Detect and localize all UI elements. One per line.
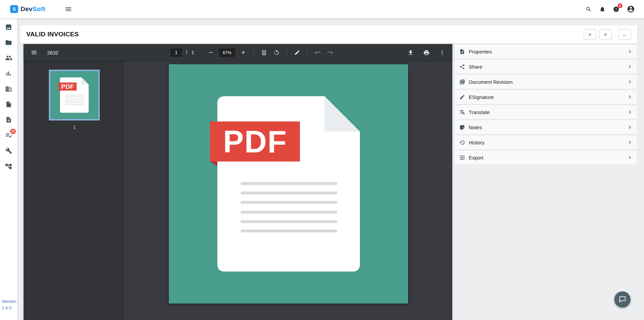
- chat-icon: [619, 295, 626, 304]
- page-header: VALID INVOICES « » ←: [20, 25, 637, 43]
- panel-item-share[interactable]: Share: [454, 59, 637, 74]
- thumbnail-panel: PDF 1: [24, 61, 125, 320]
- sidebar-item-tools[interactable]: [0, 147, 17, 155]
- sidebar-item-media[interactable]: [0, 23, 17, 31]
- pen-icon: [459, 94, 465, 100]
- sticky-note-icon: [459, 125, 465, 130]
- chevron-right-icon: [627, 110, 632, 114]
- pdf-toolbar-left: 2632: [30, 44, 58, 61]
- redo-icon: [327, 49, 333, 56]
- app-logo[interactable]: S DevSoft: [10, 5, 45, 13]
- download-icon: [407, 49, 414, 56]
- user-avatar-icon: [627, 5, 635, 13]
- back-button[interactable]: ←: [619, 29, 631, 40]
- devsoft-logo-icon: S: [10, 5, 18, 13]
- document-canvas: PDF: [125, 61, 452, 320]
- profile-button[interactable]: [626, 4, 636, 14]
- print-icon: [423, 49, 430, 56]
- file-export-icon: [459, 155, 465, 161]
- zoom-in-button[interactable]: [239, 48, 247, 57]
- angles-left-icon: «: [588, 32, 591, 37]
- page-title: VALID INVOICES: [26, 31, 79, 38]
- panel-item-notes[interactable]: Notes: [454, 120, 637, 135]
- pdf-toolbar: 2632 / 1 67%: [24, 44, 452, 61]
- file-icon: [5, 101, 12, 108]
- sidebar-item-reports[interactable]: [0, 69, 17, 77]
- pdf-toolbar-right: [406, 44, 446, 61]
- panel-item-label: Properties: [469, 49, 492, 55]
- print-button[interactable]: [422, 48, 431, 57]
- panel-item-translate[interactable]: Translate: [454, 105, 637, 119]
- rotate-icon: [273, 49, 280, 56]
- alerts-button[interactable]: 9: [612, 5, 620, 13]
- panel-item-label: Export: [469, 155, 483, 161]
- download-button[interactable]: [406, 48, 415, 57]
- version-label: Version 1.4.0: [2, 298, 16, 311]
- undo-button[interactable]: [314, 48, 322, 57]
- wrench-icon: [5, 147, 12, 154]
- sitemap-icon: [5, 163, 12, 170]
- pdf-file-icon-small: PDF: [50, 71, 98, 119]
- share-icon: [459, 64, 465, 70]
- chevron-right-icon: [627, 79, 632, 84]
- panel-item-esignature[interactable]: ESignature: [454, 90, 637, 104]
- svg-text:PDF: PDF: [61, 83, 74, 90]
- hamburger-icon: [65, 5, 72, 13]
- logo-text-soft: Soft: [32, 5, 45, 12]
- panel-item-history[interactable]: History: [454, 135, 637, 150]
- more-options-button[interactable]: [438, 48, 446, 57]
- svg-text:PDF: PDF: [223, 125, 287, 159]
- panel-item-label: ESignature: [469, 94, 494, 100]
- tasks-badge: 23: [10, 129, 16, 134]
- sidebar-item-workflow[interactable]: [0, 162, 17, 170]
- sidebar: 23 Version 1.4.0: [0, 18, 17, 320]
- topbar: S DevSoft 9: [0, 0, 644, 18]
- first-record-button[interactable]: «: [584, 29, 596, 40]
- panel-item-document-revision[interactable]: Document Revision: [454, 74, 637, 89]
- page-number-input[interactable]: [171, 48, 182, 57]
- users-icon: [5, 54, 12, 62]
- panel-item-properties[interactable]: Properties: [454, 44, 637, 59]
- pdf-page: PDF: [169, 64, 408, 304]
- sidebar-item-users[interactable]: [0, 54, 17, 62]
- thumbnail-page-number: 1: [24, 125, 125, 130]
- chevron-right-icon: [627, 64, 632, 69]
- sidebar-item-files[interactable]: [0, 100, 17, 108]
- version-number: 1.4.0: [2, 305, 16, 311]
- undo-icon: [315, 49, 321, 56]
- panel-item-label: Share: [469, 64, 482, 70]
- page-thumbnail[interactable]: PDF: [49, 70, 100, 120]
- redo-button[interactable]: [326, 48, 334, 57]
- viewer-menu-button[interactable]: [30, 48, 38, 57]
- panel-item-export[interactable]: Export: [454, 150, 637, 165]
- fit-page-button[interactable]: [260, 48, 268, 57]
- zoom-out-button[interactable]: [207, 48, 215, 57]
- fit-page-icon: [261, 49, 267, 56]
- header-nav: « » ←: [584, 29, 631, 40]
- folder-icon: [5, 39, 12, 46]
- last-record-button[interactable]: »: [599, 29, 612, 40]
- zoom-level[interactable]: 67%: [219, 48, 235, 57]
- search-button[interactable]: [584, 5, 593, 13]
- file-invoice-icon: [5, 116, 12, 123]
- sidebar-item-company[interactable]: [0, 85, 17, 93]
- panel-item-label: Notes: [469, 125, 482, 130]
- menu-toggle-button[interactable]: [63, 3, 74, 15]
- history-icon: [459, 140, 465, 145]
- annotate-button[interactable]: [293, 48, 301, 57]
- toolbar-separator: [287, 49, 287, 56]
- panel-item-label: Document Revision: [469, 79, 513, 85]
- sidebar-item-invoices[interactable]: [0, 116, 17, 124]
- toolbar-separator: [253, 49, 254, 56]
- sidebar-item-documents[interactable]: [0, 38, 17, 46]
- rotate-button[interactable]: [272, 48, 281, 57]
- file-lines-icon: [459, 49, 465, 55]
- pdf-toolbar-center: / 1 67%: [171, 44, 334, 61]
- toolbar-separator: [307, 49, 308, 56]
- chat-button[interactable]: [614, 291, 631, 308]
- notifications-button[interactable]: [598, 5, 607, 13]
- sidebar-item-tasks[interactable]: 23: [0, 131, 17, 139]
- document-title: 2632: [47, 50, 58, 56]
- minus-icon: [208, 49, 214, 56]
- arrow-left-icon: ←: [622, 32, 628, 37]
